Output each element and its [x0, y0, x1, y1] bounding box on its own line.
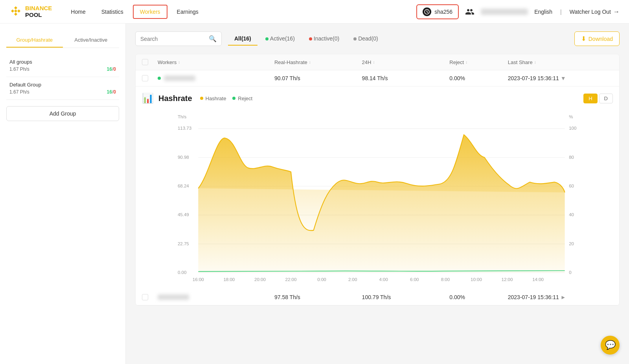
- row1-24h: 98.14 Th/s: [362, 75, 450, 81]
- chart-area: Th/s 113.73 90.98 68.24 45.49 22.75 0.00…: [142, 110, 613, 283]
- svg-text:Th/s: Th/s: [178, 114, 187, 119]
- chat-button[interactable]: 💬: [601, 336, 620, 355]
- row2-reject: 0.00%: [449, 294, 508, 300]
- search-input[interactable]: [140, 36, 206, 42]
- group-default-active-count: 16: [107, 89, 112, 95]
- svg-text:40: 40: [569, 212, 574, 217]
- svg-text:100: 100: [569, 126, 576, 131]
- users-icon[interactable]: [465, 7, 475, 17]
- table-header: Workers ↕ Real-Hashrate ↕ 24H ↕ Reject ↕…: [136, 54, 619, 70]
- watcher-logout-button[interactable]: Watcher Log Out →: [570, 8, 620, 15]
- group-all-inactive-count: 0: [113, 66, 116, 72]
- col-header-workers: Workers ↕: [158, 59, 274, 65]
- svg-text:16:00: 16:00: [193, 277, 204, 282]
- svg-text:68.24: 68.24: [178, 184, 189, 188]
- chart-title: Hashrate: [158, 94, 192, 103]
- main-nav: Home Statistics Workers Earnings: [64, 5, 205, 19]
- col-header-reject: Reject ↕: [449, 59, 508, 65]
- algo-selector[interactable]: sha256: [416, 4, 459, 19]
- algo-name: sha256: [434, 9, 452, 15]
- nav-workers[interactable]: Workers: [133, 5, 167, 19]
- period-h-button[interactable]: H: [583, 94, 597, 103]
- last-share-sort-icon[interactable]: ↕: [534, 60, 536, 64]
- group-all-active-count: 16: [107, 66, 112, 72]
- sidebar-tabs: Group/Hashrate Active/Inactive: [6, 33, 119, 48]
- svg-marker-0: [14, 6, 17, 9]
- row2-dropdown-icon[interactable]: ►: [561, 294, 566, 300]
- svg-text:20:00: 20:00: [254, 277, 266, 282]
- sidebar-tab-group-hashrate[interactable]: Group/Hashrate: [6, 33, 63, 48]
- nav-home[interactable]: Home: [64, 6, 92, 18]
- workers-sort-icon[interactable]: ↕: [178, 60, 180, 64]
- svg-text:0:00: 0:00: [317, 277, 326, 282]
- active-dot: [265, 37, 269, 40]
- select-all-checkbox[interactable]: [142, 59, 148, 65]
- chart-header: 📊 Hashrate Hashrate Reject H: [142, 93, 613, 104]
- header-right: sha256 English | Watcher Log Out →: [416, 4, 620, 19]
- search-icon: 🔍: [209, 35, 217, 42]
- sidebar-tab-active-inactive[interactable]: Active/Inactive: [63, 33, 120, 48]
- logout-icon: →: [613, 8, 620, 15]
- nav-statistics[interactable]: Statistics: [95, 6, 130, 18]
- reject-sort-icon[interactable]: ↕: [465, 60, 467, 64]
- svg-text:4:00: 4:00: [379, 277, 388, 282]
- table-row: 90.07 Th/s 98.14 Th/s 0.00% 2023-07-19 1…: [136, 70, 619, 86]
- worker-name: [158, 294, 189, 300]
- worker-online-indicator: [158, 77, 161, 80]
- svg-text:113.73: 113.73: [178, 126, 191, 131]
- svg-text:2:00: 2:00: [348, 277, 357, 282]
- group-item-default[interactable]: Default Group 1.67 Ph/s 16/0: [6, 77, 119, 100]
- svg-text:6:00: 6:00: [410, 277, 419, 282]
- sidebar: Group/Hashrate Active/Inactive All group…: [0, 24, 126, 364]
- svg-text:12:00: 12:00: [502, 277, 513, 282]
- real-hashrate-sort-icon[interactable]: ↕: [309, 60, 311, 64]
- period-d-button[interactable]: D: [599, 94, 613, 103]
- row1-dropdown-icon[interactable]: ▼: [561, 75, 566, 81]
- workers-table: Workers ↕ Real-Hashrate ↕ 24H ↕ Reject ↕…: [135, 54, 620, 306]
- main-content: 🔍 All(16) Active(16) Inactive(0) Dead(0)…: [126, 24, 629, 364]
- hashrate-legend-dot: [200, 97, 203, 100]
- filter-tabs: All(16) Active(16) Inactive(0) Dead(0): [228, 32, 384, 46]
- svg-marker-3: [14, 13, 17, 16]
- filter-tab-active[interactable]: Active(16): [259, 32, 301, 46]
- logo[interactable]: BINANCE POOL: [9, 5, 52, 18]
- svg-text:0.00: 0.00: [178, 270, 186, 275]
- table-row: 97.58 Th/s 100.79 Th/s 0.00% 2023-07-19 …: [136, 289, 619, 305]
- svg-text:22.75: 22.75: [178, 241, 189, 246]
- col-header-last-share: Last Share ↕: [508, 59, 613, 65]
- algo-icon: [423, 7, 431, 16]
- row2-real-hashrate: 97.58 Th/s: [274, 294, 362, 300]
- reject-legend-dot: [232, 97, 235, 100]
- row2-24h: 100.79 Th/s: [362, 294, 450, 300]
- svg-text:20: 20: [569, 241, 574, 246]
- svg-marker-4: [14, 9, 17, 13]
- search-box[interactable]: 🔍: [135, 31, 222, 46]
- chart-legend: Hashrate Reject: [200, 96, 253, 101]
- chat-icon: 💬: [605, 340, 616, 350]
- nav-earnings[interactable]: Earnings: [171, 6, 205, 18]
- svg-text:60: 60: [569, 184, 574, 188]
- filter-tab-inactive[interactable]: Inactive(0): [303, 32, 346, 46]
- row1-reject: 0.00%: [449, 75, 508, 81]
- dead-dot: [353, 37, 357, 40]
- account-info: [481, 9, 528, 15]
- row2-checkbox[interactable]: [142, 294, 148, 300]
- row1-last-share: 2023-07-19 15:36:11 ▼: [508, 75, 613, 81]
- page-wrapper: Group/Hashrate Active/Inactive All group…: [0, 0, 629, 364]
- group-default-inactive-count: 0: [113, 89, 116, 95]
- group-all-name: All groups: [9, 59, 116, 65]
- svg-text:14:00: 14:00: [532, 277, 544, 282]
- add-group-button[interactable]: Add Group: [6, 106, 119, 121]
- group-item-all[interactable]: All groups 1.67 Ph/s 16/0: [6, 54, 119, 77]
- chart-icon: 📊: [142, 93, 154, 104]
- col-header-real-hashrate: Real-Hashrate ↕: [274, 59, 362, 65]
- filter-tab-dead[interactable]: Dead(0): [347, 32, 384, 46]
- svg-marker-1: [11, 9, 14, 13]
- download-button[interactable]: ⬇ Download: [574, 31, 620, 46]
- header: BINANCE POOL Home Statistics Workers Ear…: [0, 0, 629, 24]
- filter-bar: 🔍 All(16) Active(16) Inactive(0) Dead(0)…: [135, 31, 620, 46]
- language-selector[interactable]: English: [534, 9, 552, 15]
- row1-checkbox[interactable]: [142, 75, 148, 81]
- filter-tab-all[interactable]: All(16): [228, 32, 257, 46]
- 24h-sort-icon[interactable]: ↕: [373, 60, 375, 64]
